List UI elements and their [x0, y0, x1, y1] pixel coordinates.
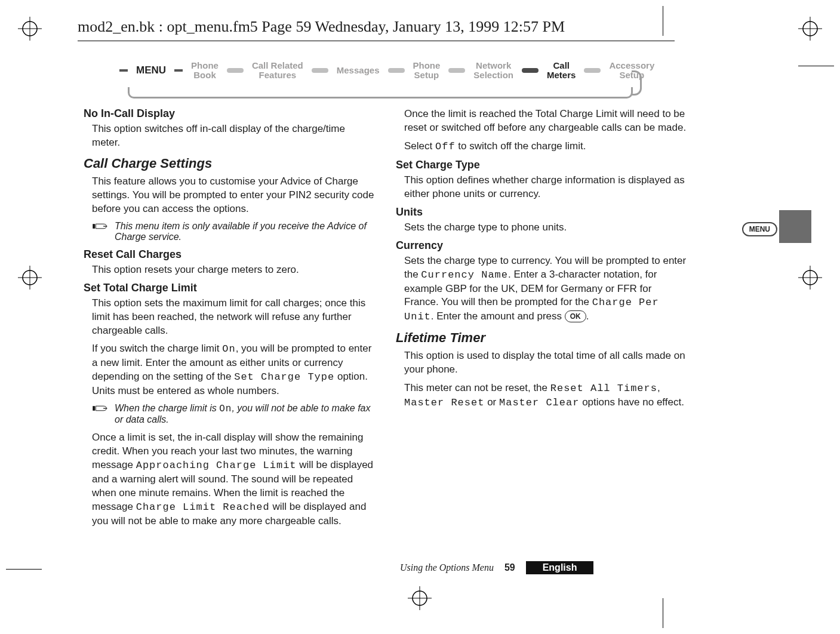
heading-no-in-call-display: No In-Call Display	[84, 107, 374, 120]
body-text: This option is used to display the total…	[396, 349, 687, 377]
crumb-messages: Messages	[337, 66, 380, 75]
lcd-text: Reset All Timers	[550, 383, 657, 394]
body-text: This option resets your charge meters to…	[84, 263, 374, 277]
lcd-text: Charge Limit Reached	[136, 501, 270, 513]
crop-rule	[6, 569, 42, 570]
crumb-line: Book	[193, 70, 216, 80]
registration-mark-icon	[18, 17, 42, 41]
ok-key-icon: OK	[565, 310, 586, 322]
body-text: Sets the charge type to phone units.	[396, 221, 687, 235]
crop-rule	[663, 6, 663, 36]
lcd-text: Currency Name	[421, 269, 508, 281]
crumb-line: Phone	[413, 61, 441, 70]
breadcrumb-underline	[128, 87, 633, 99]
note-hand-icon	[92, 403, 109, 425]
text-run: When the charge limit is	[115, 403, 219, 413]
breadcrumb-menu: MENU Phone Book Call Related Features Me…	[119, 61, 654, 80]
footer-section-title: Using the Options Menu	[400, 562, 494, 573]
registration-mark-icon	[408, 586, 432, 610]
body-text: Once a limit is set, the in-call display…	[84, 431, 374, 528]
side-tab	[779, 210, 811, 243]
right-column: Once the limit is reached the Total Char…	[396, 107, 687, 561]
body-text: Sets the charge type to currency. You wi…	[396, 254, 687, 325]
running-head: mod2_en.bk : opt_menu.fm5 Page 59 Wednes…	[78, 18, 565, 36]
heading-lifetime-timer: Lifetime Timer	[396, 330, 687, 346]
crumb-line: Meters	[547, 70, 576, 80]
note-text: When the charge limit is On, you will no…	[113, 403, 374, 425]
breadcrumb-cap-icon	[632, 70, 642, 96]
lcd-text: On	[222, 343, 235, 355]
crumb-network-selection: Network Selection	[473, 61, 513, 80]
crumb-line: Network	[476, 61, 511, 70]
crumb-separator-icon	[522, 68, 539, 73]
crumb-separator-icon	[448, 68, 465, 73]
svg-rect-17	[93, 406, 95, 411]
crumb-phone-setup: Phone Setup	[413, 61, 441, 80]
body-text: This option sets the maximum limit for c…	[84, 297, 374, 338]
left-column: No In-Call Display This option switches …	[84, 107, 374, 561]
crop-rule	[798, 66, 834, 66]
heading-set-charge-type: Set Charge Type	[396, 159, 687, 171]
crumb-line: Setup	[414, 70, 439, 80]
menu-pill: MENU	[742, 222, 777, 236]
heading-call-charge-settings: Call Charge Settings	[84, 156, 374, 171]
crumb-call-meters: Call Meters	[547, 61, 576, 80]
body-text: This option defines whether charge infor…	[396, 174, 687, 201]
crumb-phone-book: Phone Book	[191, 61, 219, 80]
text-run: ,	[657, 382, 660, 393]
body-text: This feature allows you to customise you…	[84, 175, 374, 216]
text-run: options have no effect.	[579, 396, 684, 408]
text-run: This meter can not be reset, the	[404, 382, 550, 393]
body-text: Once the limit is reached the Total Char…	[396, 107, 687, 135]
crumb-line: Accessory	[609, 61, 654, 70]
text-run: . Enter the amount and press	[431, 310, 565, 322]
crumb-line: Call Related	[252, 61, 303, 70]
lcd-text: Off	[435, 141, 456, 152]
text-run: to switch off the charge limit.	[456, 140, 586, 152]
note-text: This menu item is only available if you …	[113, 221, 374, 242]
text-run: .	[586, 310, 589, 322]
note: This menu item is only available if you …	[84, 221, 374, 242]
menu-lead-icon	[119, 69, 128, 72]
registration-mark-icon	[18, 266, 42, 290]
lcd-text: Set Charge Type	[234, 371, 334, 383]
crumb-line: Features	[259, 70, 297, 80]
header-rule	[78, 41, 675, 41]
note-hand-icon	[92, 221, 109, 242]
crumb-line: Call	[553, 61, 570, 70]
crumb-line: Messages	[337, 66, 380, 75]
registration-mark-icon	[798, 266, 822, 290]
crumb-call-related: Call Related Features	[252, 61, 303, 80]
menu-lead-icon	[174, 69, 183, 72]
text-run: Select	[404, 140, 435, 152]
crumb-separator-icon	[584, 68, 601, 73]
body-text: Select Off to switch off the charge limi…	[396, 140, 687, 154]
svg-rect-15	[93, 224, 95, 229]
crumb-separator-icon	[388, 68, 405, 73]
body-text: This option switches off in-call display…	[84, 122, 374, 150]
menu-label: MENU	[136, 64, 166, 76]
crumb-line: Selection	[473, 70, 513, 80]
registration-mark-icon	[798, 17, 822, 41]
lcd-text: Master Reset	[404, 397, 484, 408]
body-text: If you switch the charge limit On, you w…	[84, 342, 374, 398]
heading-currency: Currency	[396, 239, 687, 252]
lcd-text: Master Clear	[499, 397, 579, 408]
crumb-line: Phone	[191, 61, 219, 70]
page-footer: Using the Options Menu 59 English	[400, 561, 593, 574]
lcd-text: On	[219, 404, 232, 414]
heading-set-total-charge-limit: Set Total Charge Limit	[84, 282, 374, 294]
heading-reset-call-charges: Reset Call Charges	[84, 248, 374, 261]
crop-rule	[663, 598, 663, 628]
crumb-separator-icon	[227, 68, 244, 73]
footer-page-number: 59	[504, 562, 515, 573]
note: When the charge limit is On, you will no…	[84, 403, 374, 425]
text-run: If you switch the charge limit	[92, 343, 222, 354]
text-run: or	[484, 396, 499, 408]
lcd-text: Approaching Charge Limit	[136, 460, 297, 471]
body-text: This meter can not be reset, the Reset A…	[396, 381, 687, 410]
crumb-separator-icon	[312, 68, 328, 73]
heading-units: Units	[396, 206, 687, 218]
footer-language-badge: English	[526, 561, 594, 574]
